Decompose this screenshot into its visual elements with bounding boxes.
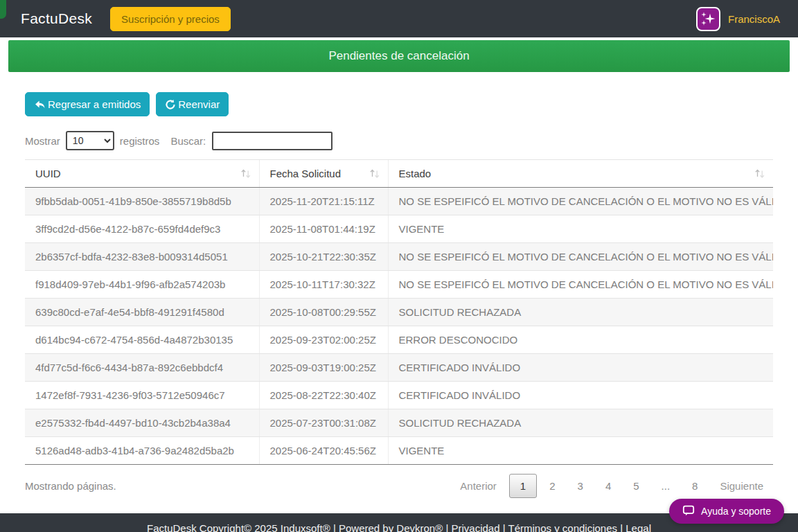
fecha-cell: 2025-10-21T22:30:35Z xyxy=(259,243,388,271)
main-content: Regresar a emitidos Reenviar Mostrar 10 … xyxy=(0,92,798,498)
uuid-cell: 2b6357cf-bdfa-4232-83e8-b009314d5051 xyxy=(25,243,259,271)
uuid-cell: 4fd77c5d-f6c6-4434-b87a-892c6ebbdcf4 xyxy=(25,354,259,382)
brand-logo[interactable]: FactuDesk xyxy=(21,10,92,27)
app-window: FactuDesk Suscripción y precios Francisc… xyxy=(0,0,798,532)
sparkles-icon[interactable] xyxy=(696,7,720,31)
table-row[interactable]: 2b6357cf-bdfa-4232-83e8-b009314d5051 202… xyxy=(25,243,773,271)
page-title-banner: Pendientes de cancelación xyxy=(8,40,790,72)
page-title: Pendientes de cancelación xyxy=(328,49,469,63)
table-row[interactable]: f918d409-97eb-44b1-9f96-afb2a574203b 202… xyxy=(25,271,773,299)
navbar-user-area: FranciscoA xyxy=(696,7,780,31)
uuid-cell: 3ff9cd2d-d56e-4122-b87c-659fd4def9c3 xyxy=(25,215,259,243)
table-info: Mostrando páginas. xyxy=(25,480,116,492)
estado-cell: VIGENTE xyxy=(388,437,773,465)
sort-icon xyxy=(754,167,766,181)
table-row[interactable]: d614bc94-c672-4754-856d-4a4872b30135 202… xyxy=(25,326,773,354)
search-input[interactable] xyxy=(212,132,332,150)
pagination-page-8[interactable]: 8 xyxy=(682,474,707,498)
estado-cell: CERTIFICADO INVÁLIDO xyxy=(388,382,773,409)
estado-cell: ERROR DESCONOCIDO xyxy=(388,326,773,354)
uuid-cell: 639c80cd-e7af-4e54-bbf8-491291f4580d xyxy=(25,299,259,326)
uuid-cell: 5126ad48-adb3-41b4-a736-9a2482d5ba2b xyxy=(25,437,259,465)
pagination-next[interactable]: Siguiente xyxy=(710,474,773,498)
fecha-cell: 2025-06-24T20:45:56Z xyxy=(259,437,388,465)
column-header-estado[interactable]: Estado xyxy=(388,160,773,188)
show-label: Mostrar xyxy=(25,135,60,147)
estado-cell: NO SE ESPEIFICÓ EL MOTIVO DE CANCELACIÓN… xyxy=(388,243,773,271)
help-button-label: Ayuda y soporte xyxy=(701,506,771,517)
pagination-page-1[interactable]: 1 xyxy=(509,474,537,498)
pagination-page-4[interactable]: 4 xyxy=(596,474,621,498)
column-header-uuid[interactable]: UUID xyxy=(25,160,259,188)
table-row[interactable]: 639c80cd-e7af-4e54-bbf8-491291f4580d 202… xyxy=(25,299,773,326)
cancellations-table: UUID Fecha Solicitud xyxy=(25,159,773,465)
username-link[interactable]: FranciscoA xyxy=(728,13,780,25)
estado-cell: NO SE ESPEIFICÓ EL MOTIVO DE CANCELACIÓN… xyxy=(388,271,773,299)
redo-icon xyxy=(165,99,176,110)
pagination-page-3[interactable]: 3 xyxy=(568,474,593,498)
uuid-cell: 1472ef8f-7931-4236-9f03-5712e50946c7 xyxy=(25,382,259,409)
pagination: Anterior 1 2 3 4 5 ... 8 Siguiente xyxy=(447,474,773,498)
estado-cell: NO SE ESPEIFICÓ EL MOTIVO DE CANCELACIÓN… xyxy=(388,188,773,215)
table-row[interactable]: e2575332-fb4d-4497-bd10-43cb2b4a38a4 202… xyxy=(25,409,773,437)
uuid-cell: e2575332-fb4d-4497-bd10-43cb2b4a38a4 xyxy=(25,409,259,437)
page-length-select[interactable]: 10 xyxy=(66,131,114,150)
help-support-button[interactable]: Ayuda y soporte xyxy=(669,499,784,524)
table-row[interactable]: 3ff9cd2d-d56e-4122-b87c-659fd4def9c3 202… xyxy=(25,215,773,243)
estado-cell: CERTIFICADO INVÁLIDO xyxy=(388,354,773,382)
sort-icon xyxy=(240,167,252,181)
table-header-row: UUID Fecha Solicitud xyxy=(25,160,773,188)
fecha-cell: 2025-08-22T22:30:40Z xyxy=(259,382,388,409)
search-label: Buscar: xyxy=(170,135,206,147)
fecha-cell: 2025-10-08T00:29:55Z xyxy=(259,299,388,326)
fecha-cell: 2025-11-20T21:15:11Z xyxy=(259,188,388,215)
table-row[interactable]: 4fd77c5d-f6c6-4434-b87a-892c6ebbdcf4 202… xyxy=(25,354,773,382)
fecha-cell: 2025-11-08T01:44:19Z xyxy=(259,215,388,243)
estado-cell: SOLICITUD RECHAZADA xyxy=(388,409,773,437)
table-controls: Mostrar 10 registros Buscar: xyxy=(25,131,773,150)
table-row[interactable]: 1472ef8f-7931-4236-9f03-5712e50946c7 202… xyxy=(25,382,773,409)
sort-icon xyxy=(369,167,381,181)
fecha-cell: 2025-07-23T00:31:08Z xyxy=(259,409,388,437)
fecha-cell: 2025-10-11T17:30:32Z xyxy=(259,271,388,299)
uuid-cell: f918d409-97eb-44b1-9f96-afb2a574203b xyxy=(25,271,259,299)
back-button-label: Regresar a emitidos xyxy=(48,98,141,110)
subscription-button[interactable]: Suscripción y precios xyxy=(110,7,231,31)
column-header-fecha[interactable]: Fecha Solicitud xyxy=(259,160,388,188)
records-label: registros xyxy=(120,135,160,147)
uuid-cell: d614bc94-c672-4754-856d-4a4872b30135 xyxy=(25,326,259,354)
top-navbar: FactuDesk Suscripción y precios Francisc… xyxy=(0,0,798,37)
fecha-cell: 2025-09-23T02:00:25Z xyxy=(259,326,388,354)
reply-arrow-icon xyxy=(34,98,46,110)
pagination-previous[interactable]: Anterior xyxy=(450,474,506,498)
chat-bubble-icon xyxy=(682,504,695,519)
fecha-cell: 2025-09-03T19:00:25Z xyxy=(259,354,388,382)
table-footer: Mostrando páginas. Anterior 1 2 3 4 5 ..… xyxy=(25,474,773,498)
estado-cell: VIGENTE xyxy=(388,215,773,243)
estado-cell: SOLICITUD RECHAZADA xyxy=(388,299,773,326)
uuid-cell: 9fbb5dab-0051-41b9-850e-3855719b8d5b xyxy=(25,188,259,215)
pagination-page-5[interactable]: 5 xyxy=(623,474,648,498)
back-to-issued-button[interactable]: Regresar a emitidos xyxy=(25,92,150,116)
resend-button-label: Reenviar xyxy=(178,98,220,110)
pagination-page-2[interactable]: 2 xyxy=(540,474,565,498)
corner-accent xyxy=(0,0,6,19)
table-row[interactable]: 5126ad48-adb3-41b4-a736-9a2482d5ba2b 202… xyxy=(25,437,773,465)
table-row[interactable]: 9fbb5dab-0051-41b9-850e-3855719b8d5b 202… xyxy=(25,188,773,215)
resend-button[interactable]: Reenviar xyxy=(156,92,229,116)
toolbar: Regresar a emitidos Reenviar xyxy=(25,92,773,116)
pagination-ellipsis: ... xyxy=(652,474,680,498)
